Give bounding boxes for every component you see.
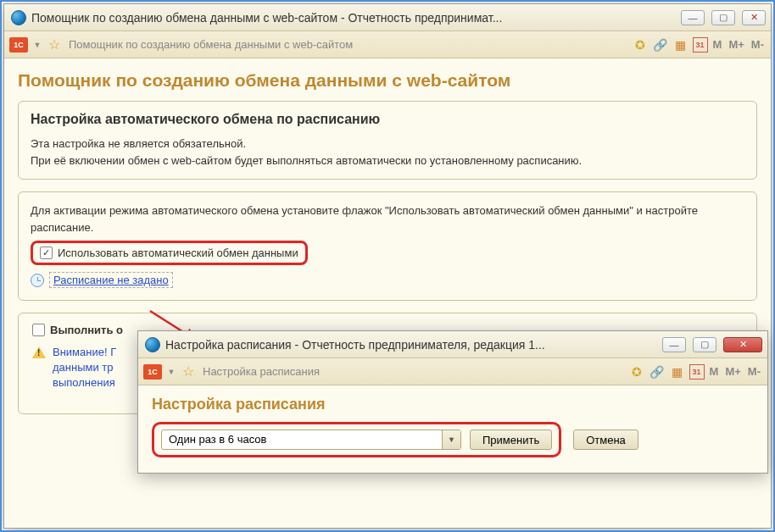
m-button[interactable]: M <box>708 365 721 378</box>
m-minus-button[interactable]: M- <box>746 365 762 378</box>
main-toolbar: 1C ▼ ☆ Помощник по созданию обмена данны… <box>4 31 771 58</box>
modal-highlight: Один раз в 6 часов ▼ Применить <box>152 422 561 457</box>
ie-icon <box>11 10 26 25</box>
calculator-icon[interactable]: ▦ <box>672 36 689 53</box>
intro-panel: Настройка автоматического обмена по расп… <box>18 101 757 180</box>
add-favorite-icon[interactable]: ✪ <box>628 363 645 380</box>
activation-hint: Для активации режима автоматического обм… <box>31 202 744 236</box>
cancel-button[interactable]: Отмена <box>573 429 638 450</box>
interval-dropdown[interactable]: Один раз в 6 часов ▼ <box>161 429 461 450</box>
calculator-icon[interactable]: ▦ <box>669 363 686 380</box>
warning-text: Внимание! Г данными тр выполнения <box>53 345 116 391</box>
page-title: Помощник по созданию обмена данными с we… <box>18 70 757 91</box>
m-plus-button[interactable]: M+ <box>727 38 745 51</box>
modal-toolbar-title: Настройка расписания <box>199 365 625 378</box>
warn-line2: данными тр <box>53 360 116 375</box>
checkbox-highlight: ✓ Использовать автоматический обмен данн… <box>31 241 308 265</box>
intro-text: Эта настройка не является обязательной. … <box>31 136 744 169</box>
auto-exchange-checkbox[interactable]: ✓ <box>40 247 53 259</box>
calendar-icon[interactable]: 31 <box>689 364 705 380</box>
modal-close-button[interactable]: ✕ <box>723 337 762 352</box>
modal-window-controls: — ▢ ✕ <box>662 337 762 352</box>
calendar-icon[interactable]: 31 <box>693 37 708 53</box>
history-dropdown-icon[interactable]: ▼ <box>165 366 177 378</box>
apply-button[interactable]: Применить <box>470 429 552 450</box>
settings-panel: Для активации режима автоматического обм… <box>18 191 757 301</box>
modal-page-title: Настройка расписания <box>152 396 754 413</box>
modal-content: Настройка расписания Один раз в 6 часов … <box>138 385 767 473</box>
interval-value: Один раз в 6 часов <box>162 430 442 449</box>
schedule-row: Расписание не задано <box>31 272 173 288</box>
modal-toolbar-right: ✪ 🔗 ▦ 31 M M+ M- <box>628 363 762 380</box>
modal-titlebar: Настройка расписания - Отчетность предпр… <box>138 331 767 358</box>
schedule-link[interactable]: Расписание не задано <box>49 272 173 288</box>
modal-toolbar: 1C ▼ ☆ Настройка расписания ✪ 🔗 ▦ 31 M M… <box>138 358 767 385</box>
window-controls: — ▢ ✕ <box>681 10 766 25</box>
exec-label: Выполнить о <box>50 324 123 336</box>
maximize-button[interactable]: ▢ <box>711 10 735 25</box>
intro-line2: При её включении обмен с web-сайтом буде… <box>31 152 744 169</box>
clock-icon <box>31 274 44 287</box>
modal-title-text: Настройка расписания - Отчетность предпр… <box>165 338 662 352</box>
link-icon[interactable]: 🔗 <box>652 36 669 53</box>
modal-maximize-button[interactable]: ▢ <box>693 337 716 352</box>
intro-line1: Эта настройка не является обязательной. <box>31 136 744 152</box>
app-logo-icon[interactable]: 1C <box>143 364 162 380</box>
app-logo-icon[interactable]: 1C <box>9 37 28 53</box>
m-plus-button[interactable]: M+ <box>723 365 742 378</box>
main-title-text: Помощник по созданию обмена данными с we… <box>31 11 681 25</box>
m-button[interactable]: M <box>711 38 724 51</box>
toolbar-title: Помощник по созданию обмена данными с we… <box>65 38 628 51</box>
auto-exchange-label: Использовать автоматический обмен данным… <box>58 247 298 259</box>
warn-line1: Внимание! Г <box>53 345 116 360</box>
warn-line3: выполнения <box>53 375 116 391</box>
m-minus-button[interactable]: M- <box>750 38 766 51</box>
main-titlebar: Помощник по созданию обмена данными с we… <box>4 4 771 31</box>
modal-controls-row: Один раз в 6 часов ▼ Применить Отмена <box>152 422 754 457</box>
modal-minimize-button[interactable]: — <box>662 337 686 352</box>
link-icon[interactable]: 🔗 <box>649 363 666 380</box>
favorite-star-icon[interactable]: ☆ <box>181 364 196 380</box>
close-button[interactable]: ✕ <box>742 10 766 25</box>
warning-icon <box>32 346 46 358</box>
add-favorite-icon[interactable]: ✪ <box>632 36 649 53</box>
schedule-modal: Настройка расписания - Отчетность предпр… <box>137 330 768 474</box>
minimize-button[interactable]: — <box>681 10 705 25</box>
toolbar-right: ✪ 🔗 ▦ 31 M M+ M- <box>632 36 766 53</box>
favorite-star-icon[interactable]: ☆ <box>47 37 62 53</box>
ie-icon <box>145 337 160 352</box>
history-dropdown-icon[interactable]: ▼ <box>31 39 43 51</box>
chevron-down-icon[interactable]: ▼ <box>442 430 460 449</box>
exec-checkbox[interactable] <box>32 324 45 336</box>
intro-heading: Настройка автоматического обмена по расп… <box>31 112 744 127</box>
